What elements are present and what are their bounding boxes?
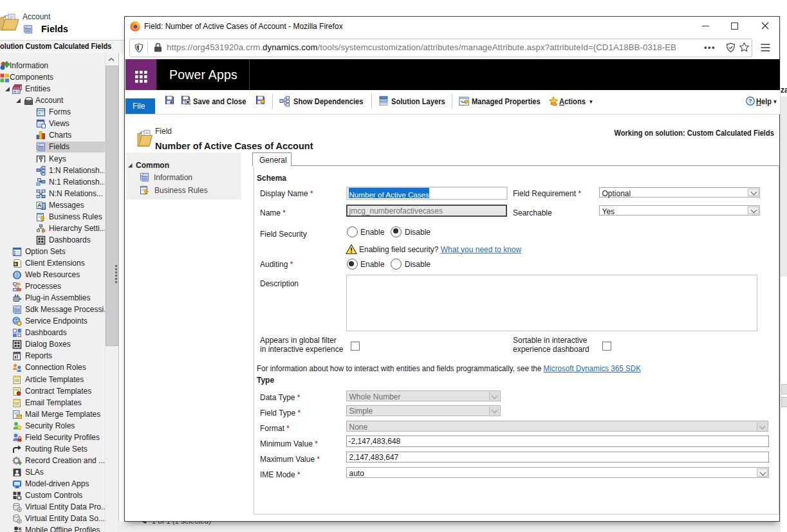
svg-text:A: A xyxy=(37,201,41,208)
svg-text:?: ? xyxy=(748,97,752,104)
